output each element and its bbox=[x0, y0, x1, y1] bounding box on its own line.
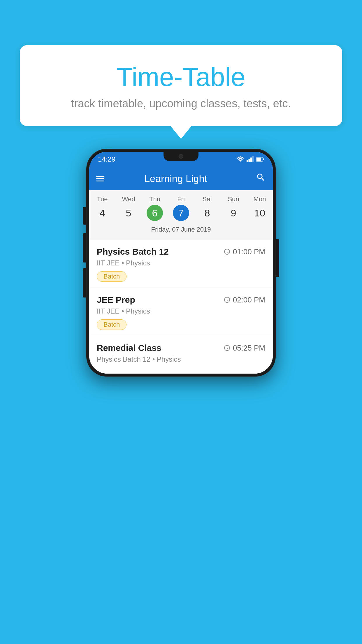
calendar-day-name: Sat bbox=[194, 195, 220, 203]
app-title: Learning Light bbox=[110, 173, 241, 184]
svg-rect-1 bbox=[249, 159, 250, 162]
status-time: 14:29 bbox=[98, 155, 115, 163]
svg-rect-3 bbox=[252, 156, 254, 162]
clock-icon bbox=[224, 344, 231, 351]
schedule-item-name: Remedial Class bbox=[97, 343, 161, 353]
speech-bubble-container: Time-Table track timetable, upcoming cla… bbox=[20, 45, 342, 126]
schedule-item-time: 05:25 PM bbox=[224, 344, 265, 353]
front-camera bbox=[179, 154, 183, 159]
clock-icon bbox=[224, 296, 231, 303]
side-button-vol-up bbox=[83, 233, 86, 262]
calendar-day-name: Tue bbox=[89, 195, 115, 203]
app-bar: Learning Light bbox=[89, 167, 273, 190]
schedule-item[interactable]: Remedial Class 05:25 PM Physics Batch 12… bbox=[89, 336, 273, 374]
calendar-day-number[interactable]: 10 bbox=[252, 205, 268, 221]
schedule-item-time: 01:00 PM bbox=[224, 247, 265, 256]
calendar-day-number[interactable]: 7 bbox=[173, 205, 189, 221]
calendar-day-name: Mon bbox=[247, 195, 273, 203]
hamburger-menu-button[interactable] bbox=[96, 176, 104, 181]
signal-icon bbox=[247, 156, 254, 162]
svg-rect-0 bbox=[247, 160, 248, 162]
search-icon[interactable] bbox=[256, 172, 266, 185]
hamburger-line-1 bbox=[96, 176, 104, 177]
battery-icon bbox=[256, 157, 264, 162]
phone-outer: 14:29 bbox=[86, 149, 276, 377]
day-names-row: TueWedThuFriSatSunMon bbox=[89, 195, 273, 203]
calendar-day-name: Wed bbox=[115, 195, 142, 203]
calendar-day-name: Sun bbox=[220, 195, 247, 203]
calendar-day-number[interactable]: 6 bbox=[147, 205, 163, 221]
selected-date-label: Friday, 07 June 2019 bbox=[89, 224, 273, 237]
schedule-item[interactable]: JEE Prep 02:00 PM IIT JEE • Physics Batc… bbox=[89, 288, 273, 336]
svg-rect-6 bbox=[263, 158, 264, 160]
hamburger-line-3 bbox=[96, 181, 104, 181]
schedule-item[interactable]: Physics Batch 12 01:00 PM IIT JEE • Phys… bbox=[89, 240, 273, 288]
status-bar: 14:29 bbox=[89, 152, 273, 167]
schedule-item-name: JEE Prep bbox=[97, 295, 135, 305]
calendar-day-number[interactable]: 8 bbox=[199, 205, 215, 221]
calendar-day-name: Thu bbox=[142, 195, 168, 203]
phone-mockup: 14:29 bbox=[86, 149, 276, 377]
clock-icon bbox=[224, 248, 231, 255]
batch-badge: Batch bbox=[97, 271, 126, 282]
side-button-right bbox=[276, 239, 279, 277]
schedule-item-header: Remedial Class 05:25 PM bbox=[97, 343, 265, 353]
batch-badge: Batch bbox=[97, 319, 126, 330]
bubble-title: Time-Table bbox=[31, 63, 331, 92]
calendar-day-name: Fri bbox=[168, 195, 194, 203]
schedule-item-time: 02:00 PM bbox=[224, 295, 265, 304]
schedule-item-header: Physics Batch 12 01:00 PM bbox=[97, 247, 265, 257]
wifi-icon bbox=[237, 156, 244, 162]
svg-rect-2 bbox=[250, 158, 252, 162]
schedule-list: Physics Batch 12 01:00 PM IIT JEE • Phys… bbox=[89, 240, 273, 374]
calendar-day-number[interactable]: 5 bbox=[120, 205, 137, 221]
day-numbers-row: 45678910 bbox=[89, 205, 273, 221]
notch bbox=[164, 152, 198, 161]
calendar-day-number[interactable]: 9 bbox=[225, 205, 242, 221]
schedule-item-meta: IIT JEE • Physics bbox=[97, 259, 265, 267]
schedule-item-meta: IIT JEE • Physics bbox=[97, 307, 265, 315]
svg-rect-5 bbox=[256, 158, 261, 161]
schedule-item-name: Physics Batch 12 bbox=[97, 247, 169, 257]
hamburger-line-2 bbox=[96, 178, 104, 179]
side-button-power bbox=[83, 207, 86, 225]
calendar-week: TueWedThuFriSatSunMon 45678910 Friday, 0… bbox=[89, 190, 273, 240]
bubble-subtitle: track timetable, upcoming classes, tests… bbox=[31, 97, 331, 110]
speech-bubble: Time-Table track timetable, upcoming cla… bbox=[20, 45, 342, 126]
status-icons bbox=[237, 156, 264, 162]
schedule-item-meta: Physics Batch 12 • Physics bbox=[97, 355, 265, 363]
phone-screen: 14:29 bbox=[89, 152, 273, 374]
calendar-day-number[interactable]: 4 bbox=[94, 205, 110, 221]
side-button-vol-down bbox=[83, 268, 86, 298]
schedule-item-header: JEE Prep 02:00 PM bbox=[97, 295, 265, 305]
